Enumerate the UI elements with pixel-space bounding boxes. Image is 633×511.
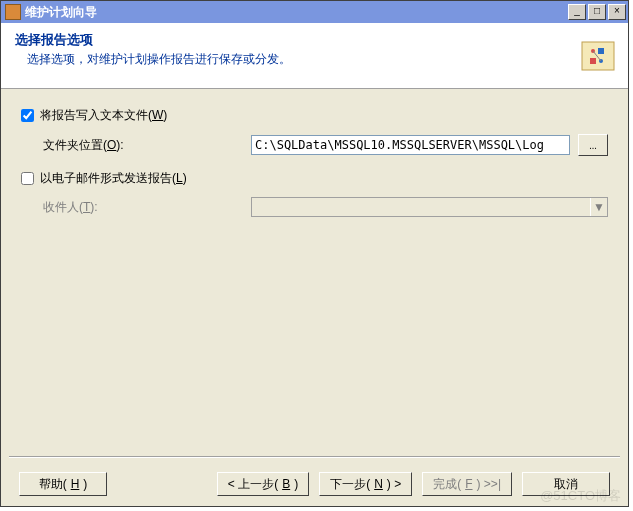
close-button[interactable]: ×: [608, 4, 626, 20]
label-part: ) >: [387, 477, 401, 491]
label-part: ): [163, 108, 167, 122]
hotkey: B: [282, 477, 290, 491]
svg-rect-1: [598, 48, 604, 54]
label-part: ): [183, 171, 187, 185]
write-to-file-row: 将报告写入文本文件(W): [21, 107, 608, 124]
label-part: 将报告写入文本文件(: [40, 108, 152, 122]
label-part: 以电子邮件形式发送报告(: [40, 171, 176, 185]
wizard-content: 将报告写入文本文件(W) 文件夹位置(O): ... 以电子邮件形式发送报告(L…: [1, 89, 628, 217]
window-controls: _ □ ×: [566, 4, 626, 20]
minimize-button[interactable]: _: [568, 4, 586, 20]
label-part: ):: [116, 138, 123, 152]
hotkey: W: [152, 108, 163, 122]
header-subtitle: 选择选项，对维护计划操作报告进行保存或分发。: [15, 51, 554, 68]
write-to-file-label: 将报告写入文本文件(W): [40, 107, 167, 124]
cancel-button[interactable]: 取消: [522, 472, 610, 496]
label-part: 帮助(: [39, 476, 67, 493]
window-title: 维护计划向导: [25, 4, 566, 21]
email-report-row: 以电子邮件形式发送报告(L): [21, 170, 608, 187]
label-part: ): [294, 477, 298, 491]
header-text-block: 选择报告选项 选择选项，对维护计划操作报告进行保存或分发。: [1, 23, 568, 88]
hotkey: H: [71, 477, 80, 491]
folder-label: 文件夹位置(O):: [21, 137, 251, 154]
recipient-label: 收件人(T):: [21, 199, 251, 216]
recipient-dropdown: ▼: [251, 197, 608, 217]
browse-button[interactable]: ...: [578, 134, 608, 156]
label-part: 取消: [554, 476, 578, 493]
svg-rect-2: [590, 58, 596, 64]
wizard-window: 维护计划向导 _ □ × 选择报告选项 选择选项，对维护计划操作报告进行保存或分…: [0, 0, 629, 507]
hotkey: N: [374, 477, 383, 491]
chevron-down-icon: ▼: [590, 198, 607, 216]
recipient-row: 收件人(T): ▼: [21, 197, 608, 217]
label-part: 完成(: [433, 476, 461, 493]
label-part: < 上一步(: [228, 476, 278, 493]
footer-separator: [9, 456, 620, 458]
folder-path-input[interactable]: [251, 135, 570, 155]
maximize-button[interactable]: □: [588, 4, 606, 20]
wizard-header: 选择报告选项 选择选项，对维护计划操作报告进行保存或分发。: [1, 23, 628, 89]
titlebar: 维护计划向导 _ □ ×: [1, 1, 628, 23]
label-part: 下一步(: [330, 476, 370, 493]
wizard-footer: 帮助(H) < 上一步(B) 下一步(N) > 完成(F) >>| 取消: [1, 472, 628, 496]
hotkey: O: [107, 138, 116, 152]
label-part: 收件人(: [43, 200, 83, 214]
svg-rect-0: [582, 42, 614, 70]
help-button[interactable]: 帮助(H): [19, 472, 107, 496]
wizard-icon: [568, 23, 628, 88]
hotkey: F: [465, 477, 472, 491]
hotkey: L: [176, 171, 183, 185]
email-report-checkbox[interactable]: [21, 172, 34, 185]
write-to-file-checkbox[interactable]: [21, 109, 34, 122]
header-title: 选择报告选项: [15, 31, 554, 49]
email-report-label: 以电子邮件形式发送报告(L): [40, 170, 187, 187]
finish-button: 完成(F) >>|: [422, 472, 512, 496]
next-button[interactable]: 下一步(N) >: [319, 472, 412, 496]
label-part: ) >>|: [477, 477, 501, 491]
label-part: ):: [90, 200, 97, 214]
folder-row: 文件夹位置(O): ...: [21, 134, 608, 156]
label-part: ): [83, 477, 87, 491]
back-button[interactable]: < 上一步(B): [217, 472, 309, 496]
app-icon: [5, 4, 21, 20]
label-part: 文件夹位置(: [43, 138, 107, 152]
